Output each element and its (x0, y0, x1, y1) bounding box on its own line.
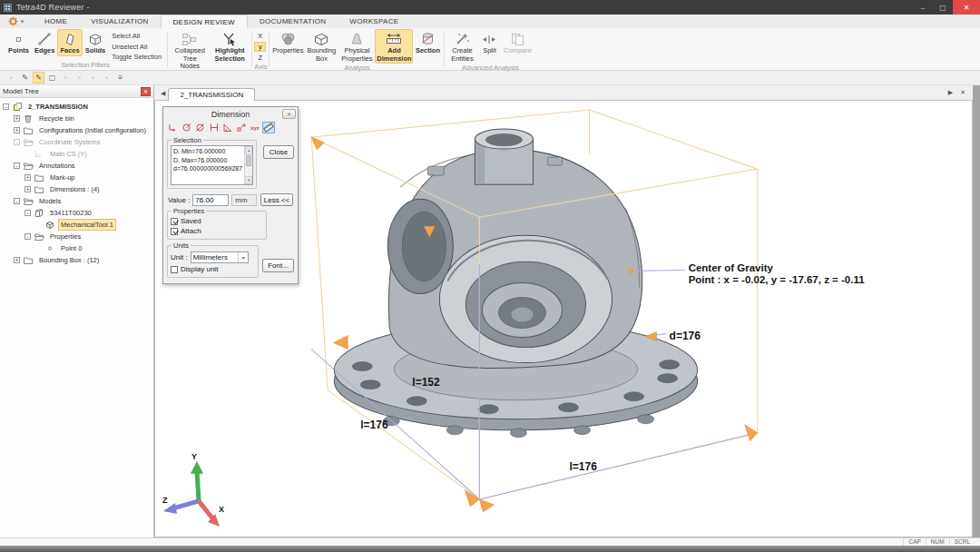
cog-point: Point : x = -0.02, y = -17.67, z = -0.11 (689, 274, 866, 285)
axis-x-option[interactable]: X (254, 31, 266, 41)
app-menu-button[interactable]: ▼ (0, 15, 33, 28)
angle-dimension-icon[interactable] (221, 122, 234, 133)
analysis-group-label: Analysis (271, 64, 442, 73)
tree-item-coordinate-systems[interactable]: - Coordinate Systems (0, 136, 153, 148)
saved-checkbox[interactable] (171, 218, 178, 225)
selection-listbox[interactable]: D. Min=76.000000 D. Max=76.000000 d=76.0… (171, 145, 253, 185)
tab-workspace[interactable]: WORKSPACE (338, 15, 410, 28)
mini-marker2-icon[interactable]: ▫ (74, 72, 85, 84)
faces-button[interactable]: Faces (57, 29, 82, 56)
tree-item-dimensions[interactable]: + Dimensions : (4) (0, 183, 153, 195)
font-button[interactable]: Font... (262, 259, 294, 272)
tree-item-models[interactable]: - Models (0, 195, 153, 207)
tree-item-main-cs[interactable]: Main CS (Y) (0, 148, 153, 160)
close-button[interactable]: ✕ (953, 0, 980, 15)
tree-item-configurations[interactable]: + Configurations (Initial configuration) (0, 124, 153, 136)
tree-item-mechanical-tool[interactable]: MechanicalTool.1 (0, 219, 153, 231)
attach-checkbox-row[interactable]: Attach (171, 226, 263, 236)
mini-marker4-icon[interactable]: ▫ (101, 72, 113, 84)
collapsed-tree-nodes-button[interactable]: Collapsed Tree Nodes (170, 29, 210, 72)
tree-expander[interactable]: - (14, 198, 20, 204)
tab-home[interactable]: HOME (33, 15, 79, 28)
tree-expander[interactable]: - (14, 163, 20, 169)
bounding-box-button[interactable]: Bounding Box (304, 29, 338, 64)
assembly-icon (12, 102, 23, 112)
solids-button[interactable]: Solids (83, 29, 109, 56)
tab-visualization[interactable]: VISUALIZATION (79, 15, 160, 28)
model-tree-title: Model Tree (3, 87, 39, 95)
listbox-scrollbar[interactable]: ▲ ▼ (244, 146, 252, 184)
tab-documentation[interactable]: DOCUMENTATION (248, 15, 338, 28)
app-logo-icon (4, 3, 13, 12)
tree-expander[interactable]: + (14, 257, 20, 263)
unselect-all-button[interactable]: Unselect All (112, 43, 162, 51)
mini-marker3-icon[interactable]: ▫ (87, 72, 99, 84)
tree-expander[interactable]: - (24, 210, 31, 216)
mini-cube-icon[interactable]: ▢ (46, 72, 58, 84)
tab-scroll-right-icon[interactable]: ▶ (948, 89, 953, 96)
dimension-value-input[interactable] (192, 194, 229, 206)
mini-marker1-icon[interactable]: ▫ (60, 72, 72, 84)
highlight-selection-button[interactable]: Highlight Selection (210, 29, 250, 64)
mini-select-icon[interactable]: ▫ (5, 72, 17, 84)
point-dimension-icon[interactable] (235, 122, 248, 133)
tree-expander[interactable]: - (24, 233, 31, 240)
dialog-close-button[interactable]: Close (263, 145, 294, 159)
display-unit-checkbox-row[interactable]: Display unit (171, 264, 255, 274)
attach-checkbox[interactable] (171, 228, 178, 235)
minimize-button[interactable]: – (913, 0, 933, 15)
scroll-down-icon[interactable]: ▼ (245, 176, 252, 184)
model-tree-close-button[interactable]: ✕ (141, 87, 151, 96)
mini-menu-icon[interactable]: ≡ (114, 72, 126, 84)
tree-item-point-0[interactable]: Point 0 (0, 242, 153, 254)
tree-expander[interactable]: + (24, 186, 31, 192)
dimension-dialog-titlebar: Dimension ✕ (163, 107, 298, 121)
display-unit-checkbox[interactable] (171, 266, 178, 273)
split-button[interactable]: Split (477, 29, 501, 56)
axis-y-option[interactable]: y (254, 42, 266, 52)
mini-pencil-icon[interactable]: ✎ (19, 72, 31, 84)
physical-properties-button[interactable]: Physical Properties (338, 29, 375, 64)
properties-button[interactable]: Properties (271, 29, 304, 56)
coordinate-system-icon (34, 149, 44, 159)
maximize-button[interactable]: ▢ (933, 0, 953, 15)
ruler-dimension-icon[interactable] (262, 122, 275, 133)
points-button[interactable]: Points (5, 29, 32, 56)
select-all-button[interactable]: Select All (112, 32, 162, 40)
radius-dimension-icon[interactable] (181, 122, 193, 133)
section-button[interactable]: Section (413, 29, 442, 56)
distance-dimension-icon[interactable] (208, 122, 220, 133)
less-button[interactable]: Less << (260, 193, 293, 206)
mini-markup-icon[interactable]: ✎ (33, 72, 44, 84)
tree-item-markup[interactable]: + Mark-up (0, 172, 153, 183)
viewport-close-icon[interactable]: ✕ (960, 89, 965, 96)
scroll-thumb[interactable] (246, 155, 251, 166)
tree-expander[interactable]: + (14, 115, 20, 122)
tab-design-review[interactable]: DESIGN REVIEW (161, 15, 248, 28)
tree-expander[interactable]: + (24, 174, 31, 181)
toggle-selection-button[interactable]: Toggle Selection (112, 53, 162, 61)
tree-item-recycle-bin[interactable]: + Recycle bin (0, 113, 153, 124)
tree-item-part-number[interactable]: - 53411T00230 (0, 207, 153, 219)
tree-expander[interactable]: - (3, 104, 9, 110)
tree-item-annotations[interactable]: - Annotations (0, 160, 153, 172)
tree-expander[interactable]: + (14, 127, 20, 133)
viewport-tab[interactable]: 2_TRANSMISSION (168, 88, 255, 101)
corner-dimension-icon[interactable] (167, 122, 180, 133)
compare-button[interactable]: Compare (501, 29, 534, 56)
tab-scroll-left-icon[interactable]: ◀ (158, 90, 168, 100)
add-dimension-button[interactable]: Add Dimension (375, 29, 413, 64)
tree-item-bounding-box[interactable]: + Bounding Box : (12) (0, 254, 153, 266)
xyz-dimension-icon[interactable]: xyz (249, 122, 261, 133)
scroll-up-icon[interactable]: ▲ (245, 146, 252, 154)
diameter-dimension-icon[interactable] (194, 122, 207, 133)
axis-z-option[interactable]: Z (254, 53, 266, 63)
tree-item-properties[interactable]: - Properties (0, 231, 153, 242)
unit-select[interactable]: Millimeters ▼ (191, 251, 249, 263)
create-entities-button[interactable]: Create Entities (446, 29, 477, 64)
tree-item-root[interactable]: - 2_TRANSMISSION (0, 101, 153, 113)
edges-button[interactable]: Edges (32, 29, 58, 56)
tree-expander[interactable]: - (14, 139, 20, 145)
dialog-close-icon[interactable]: ✕ (282, 109, 296, 119)
saved-checkbox-row[interactable]: Saved (171, 216, 263, 226)
